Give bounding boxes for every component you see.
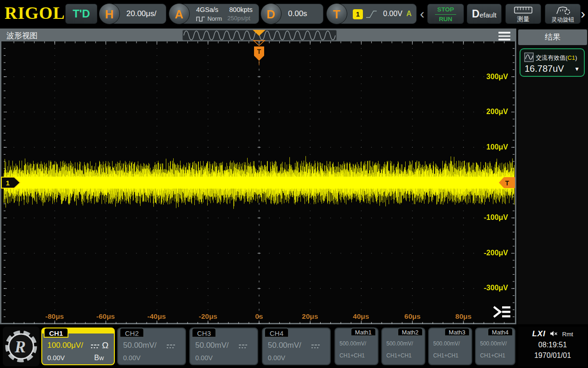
ch1-impedance: Ω bbox=[102, 340, 108, 351]
toolbar-scroll-left[interactable]: ‹ bbox=[420, 7, 424, 21]
math3-expression: CH1+CH1 bbox=[433, 352, 458, 359]
quick-knob-button[interactable]: 灵动旋钮 bbox=[545, 4, 581, 24]
clock-time: 08:19:51 bbox=[518, 341, 587, 349]
math-card-math4[interactable]: Math4 500.00mV/ CH1+CH1 bbox=[475, 328, 515, 365]
ch1-scale: 100.00μV/ bbox=[47, 341, 83, 350]
math1-expression: CH1+CH1 bbox=[339, 352, 365, 359]
oscilloscope-screen: RIGOL T'D 20.00μs/ H 4GSa/s Norm 800kpts… bbox=[0, 0, 588, 368]
trigger-status-button[interactable]: T'D bbox=[65, 4, 97, 24]
waveform-display[interactable] bbox=[4, 41, 514, 324]
remote-indicator: Rmt bbox=[562, 331, 573, 338]
toolbar-scroll-right[interactable]: › bbox=[581, 7, 585, 21]
delay-knob-button[interactable]: D bbox=[260, 3, 282, 24]
measurement-expand-icon[interactable]: ▼ bbox=[574, 66, 580, 72]
status-clock-area[interactable]: LXI Rmt 08:19:51 1970/01/01 bbox=[518, 327, 587, 366]
channel1-offset-marker[interactable]: 1 bbox=[1, 177, 21, 189]
memory-depth: 800kpts bbox=[229, 6, 253, 13]
horizontal-knob-button[interactable]: H bbox=[99, 3, 120, 24]
svg-text:R: R bbox=[14, 338, 26, 356]
ch3-scale: 50.00mV/ bbox=[195, 341, 229, 350]
stop-run-button[interactable]: STOP RUN bbox=[427, 4, 464, 24]
acquisition-box[interactable]: 4GSa/s Norm 800kpts 250ps/pt bbox=[180, 4, 259, 24]
v-label-100: 100μV bbox=[471, 143, 508, 151]
v-label-n200: -200μV bbox=[471, 249, 508, 257]
measurement-source-channel: C1 bbox=[567, 54, 575, 61]
t-label-20: 20μs bbox=[291, 312, 329, 321]
sample-rate: 4GSa/s bbox=[196, 6, 218, 13]
math4-expression: CH1+CH1 bbox=[480, 352, 505, 359]
ch1-dc-coupling-icon bbox=[90, 344, 100, 349]
math2-tab[interactable]: Math2 bbox=[397, 328, 423, 336]
default-button[interactable]: Default bbox=[467, 4, 502, 24]
rising-edge-icon bbox=[365, 8, 378, 20]
measurement-name: 交流有效值(C1) bbox=[536, 54, 577, 62]
display-menu-expand-icon[interactable] bbox=[492, 305, 512, 319]
svg-text:T: T bbox=[257, 48, 261, 55]
acquire-knob-button[interactable]: A bbox=[169, 3, 190, 24]
trigger-box[interactable]: 1 0.00V A bbox=[338, 4, 417, 24]
math4-scale: 500.00mV/ bbox=[480, 340, 507, 347]
v-label-n300: -300μV bbox=[471, 284, 508, 292]
math1-tab[interactable]: Math1 bbox=[351, 328, 376, 336]
channel-card-ch2[interactable]: CH2 50.00mV/ 0.00V bbox=[117, 328, 186, 365]
measure-button[interactable]: 测量 bbox=[505, 4, 541, 24]
gear-icon: R bbox=[3, 327, 40, 366]
t-label-n20: -20μs bbox=[189, 312, 227, 321]
trigger-knob-button[interactable]: T bbox=[326, 3, 347, 24]
stop-label: STOP bbox=[428, 6, 464, 13]
v-label-n100: -100μV bbox=[471, 213, 508, 222]
math2-expression: CH1+CH1 bbox=[386, 352, 412, 359]
status-row: LXI Rmt bbox=[518, 329, 587, 339]
ch1-offset: 0.00V bbox=[47, 354, 65, 362]
trigger-level-marker[interactable]: T bbox=[498, 177, 515, 189]
measure-label: 测量 bbox=[506, 16, 541, 23]
ch3-tab[interactable]: CH3 bbox=[192, 328, 216, 338]
ch3-dc-coupling-icon bbox=[238, 344, 248, 349]
trigger-position-outline-icon bbox=[253, 40, 266, 46]
v-label-300: 300μV bbox=[471, 73, 508, 81]
t-label-80: 80μs bbox=[444, 312, 483, 321]
measurement-value: 16.787uV bbox=[525, 63, 564, 74]
ch1-tab[interactable]: CH1 bbox=[44, 328, 68, 338]
measurement-result-card[interactable]: 交流有效值(C1) 16.787uV ▼ bbox=[520, 48, 585, 77]
channel-card-ch4[interactable]: CH4 50.00mV/ 0.00V bbox=[262, 328, 331, 365]
channel-card-ch3[interactable]: CH3 50.00mV/ 0.00V bbox=[189, 328, 258, 365]
square-wave-icon bbox=[196, 16, 205, 22]
math3-tab[interactable]: Math3 bbox=[444, 328, 470, 336]
ch2-tab[interactable]: CH2 bbox=[119, 328, 144, 338]
v-label-200: 200μV bbox=[471, 108, 508, 116]
ch2-scale: 50.00mV/ bbox=[123, 341, 157, 350]
ch4-scale: 50.00mV/ bbox=[268, 341, 301, 350]
math4-tab[interactable]: Math4 bbox=[487, 328, 513, 336]
ch2-dc-coupling-icon bbox=[166, 344, 176, 349]
measurement-icon bbox=[524, 52, 534, 62]
ruler-icon bbox=[514, 6, 532, 14]
sample-interval: 250ps/pt bbox=[227, 15, 250, 22]
trigger-position-preview-icon[interactable] bbox=[253, 30, 266, 36]
sound-muted-icon bbox=[550, 330, 558, 337]
math-card-math3[interactable]: Math3 500.00mV/ CH1+CH1 bbox=[428, 328, 472, 365]
horizontal-scale-value: 20.00μs/ bbox=[126, 9, 157, 18]
trigger-source-badge: 1 bbox=[353, 9, 363, 19]
t-label-60: 60μs bbox=[393, 312, 432, 321]
t-label-0: 0s bbox=[240, 312, 278, 321]
quick-knob-label: 灵动旋钮 bbox=[545, 17, 580, 23]
math-card-math2[interactable]: Math2 500.00mV/ CH1+CH1 bbox=[381, 328, 425, 365]
default-initial: D bbox=[472, 8, 480, 20]
t-label-40: 40μs bbox=[342, 312, 380, 321]
delay-value: 0.00s bbox=[288, 9, 307, 18]
ch4-dc-coupling-icon bbox=[311, 344, 321, 349]
ch4-tab[interactable]: CH4 bbox=[264, 328, 289, 338]
t-label-n80: -80μs bbox=[35, 312, 74, 321]
rigol-gear-logo: R bbox=[3, 327, 40, 366]
waveform-view-title: 波形视图 bbox=[6, 30, 38, 41]
math-card-math1[interactable]: Math1 500.00mV/ CH1+CH1 bbox=[334, 328, 379, 365]
t-label-n60: -60μs bbox=[86, 312, 125, 321]
window-menu-icon[interactable] bbox=[498, 32, 510, 42]
rigol-logo: RIGOL bbox=[5, 4, 65, 22]
t-label-n40: -40μs bbox=[137, 312, 176, 321]
channel-card-ch1[interactable]: CH1 100.00μV/ Ω 0.00V BW bbox=[41, 328, 115, 365]
trigger-position-marker[interactable]: T bbox=[254, 46, 265, 66]
ch3-offset: 0.00V bbox=[195, 354, 213, 362]
run-label: RUN bbox=[428, 16, 464, 23]
